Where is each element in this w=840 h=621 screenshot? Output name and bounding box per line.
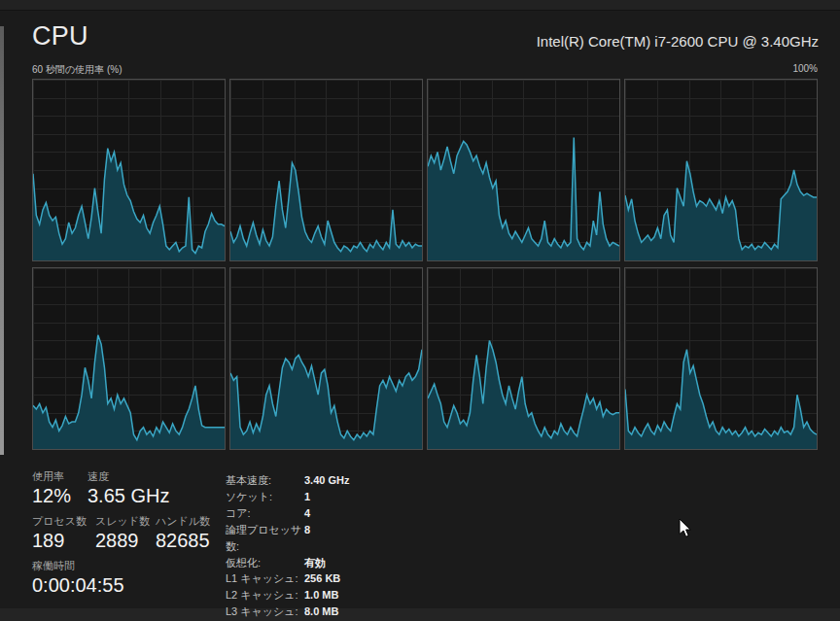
detail-value: 8 (304, 522, 310, 555)
detail-label: ソケット: (226, 489, 304, 505)
detail-sockets: ソケット: 1 (226, 489, 349, 505)
stat-utilization: 使用率 12% (32, 469, 88, 508)
stat-speed: 速度 3.65 GHz (88, 469, 169, 508)
cpu-core-graph-5[interactable] (229, 267, 423, 450)
cpu-graphs-grid (32, 79, 818, 455)
stat-speed-label: 速度 (88, 469, 169, 483)
detail-label: 仮想化: (226, 555, 304, 571)
detail-value: 4 (304, 505, 310, 522)
detail-base-speed: 基本速度: 3.40 GHz (226, 472, 349, 489)
window-bottom-edge (0, 608, 840, 621)
detail-virtualization: 仮想化: 有効 (226, 555, 349, 571)
stat-processes: プロセス数 189 (32, 514, 95, 553)
graph-axis-label: 60 秒間の使用率 (%) (32, 63, 122, 77)
detail-l1-cache: L1 キャッシュ: 256 KB (226, 570, 349, 587)
sidebar-scrollbar[interactable] (0, 26, 4, 455)
cpu-core-graph-6[interactable] (427, 267, 620, 450)
stat-utilization-label: 使用率 (32, 469, 88, 483)
stat-uptime: 稼働時間 0:00:04:55 (32, 559, 124, 598)
stat-speed-value: 3.65 GHz (88, 483, 169, 508)
detail-label: コア: (226, 505, 304, 522)
cpu-core-graph-4[interactable] (32, 267, 226, 450)
detail-value: 有効 (304, 555, 326, 571)
cpu-core-graph-2[interactable] (427, 79, 620, 261)
stat-threads-label: スレッド数 (95, 514, 156, 528)
detail-l2-cache: L2 キャッシュ: 1.0 MB (226, 587, 349, 604)
mouse-cursor-icon (679, 519, 692, 539)
detail-label: L1 キャッシュ: (226, 570, 304, 587)
stat-uptime-value: 0:00:04:55 (32, 572, 124, 598)
detail-value: 1 (304, 489, 310, 505)
cpu-core-graph-3[interactable] (624, 79, 818, 261)
detail-label: L3 キャッシュ: (226, 604, 304, 620)
window-top-edge (0, 0, 840, 11)
stat-processes-value: 189 (32, 528, 95, 553)
stat-processes-label: プロセス数 (32, 514, 95, 528)
stat-utilization-value: 12% (32, 483, 88, 508)
detail-value: 3.40 GHz (304, 472, 349, 489)
detail-value: 1.0 MB (304, 587, 338, 604)
detail-label: 基本速度: (226, 472, 304, 489)
cpu-core-graph-1[interactable] (229, 79, 423, 261)
cpu-core-graph-0[interactable] (32, 79, 226, 261)
cpu-core-graph-7[interactable] (624, 267, 818, 450)
detail-l3-cache: L3 キャッシュ: 8.0 MB (226, 604, 349, 620)
stat-threads-value: 2889 (95, 528, 156, 553)
stat-handles-label: ハンドル数 (156, 514, 210, 528)
stat-handles: ハンドル数 82685 (156, 514, 210, 553)
details-panel: 基本速度: 3.40 GHz ソケット: 1 コア: 4 論理プロセッサ数: 8… (226, 472, 349, 620)
detail-label: L2 キャッシュ: (226, 587, 304, 604)
graph-max-label: 100% (792, 63, 818, 74)
detail-cores: コア: 4 (226, 505, 349, 522)
stat-threads: スレッド数 2889 (95, 514, 156, 553)
stats-panel: 使用率 12% 速度 3.65 GHz プロセス数 189 スレッド数 2889… (32, 469, 210, 604)
detail-value: 256 KB (304, 570, 340, 587)
cpu-model-name: Intel(R) Core(TM) i7-2600 CPU @ 3.40GHz (537, 33, 819, 50)
detail-value: 8.0 MB (304, 604, 338, 620)
detail-label: 論理プロセッサ数: (226, 522, 304, 555)
page-title: CPU (32, 21, 88, 52)
stat-handles-value: 82685 (156, 528, 210, 553)
stat-uptime-label: 稼働時間 (32, 559, 124, 572)
detail-logical-processors: 論理プロセッサ数: 8 (226, 522, 349, 555)
